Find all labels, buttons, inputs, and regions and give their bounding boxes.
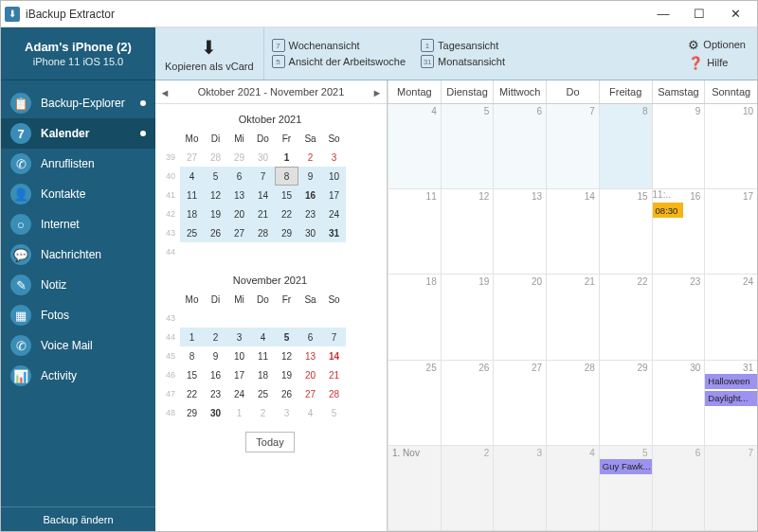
minical-day[interactable]: 19 [204, 204, 227, 223]
day-cell[interactable]: 15 [599, 189, 652, 275]
copy-as-vcard-button[interactable]: ⬇ Kopieren als vCard [155, 27, 264, 80]
device-header[interactable]: Adam's iPhone (2) iPhone 11 iOS 15.0 [1, 27, 155, 80]
close-button[interactable]: ✕ [717, 2, 753, 27]
options-button[interactable]: ⚙ Optionen [688, 38, 746, 52]
minical-day[interactable]: 24 [227, 384, 251, 403]
minical-day[interactable]: 22 [275, 204, 298, 223]
minical-day[interactable]: 16 [204, 365, 227, 384]
day-cell[interactable]: 3 [493, 446, 546, 531]
minical-day[interactable]: 1 [275, 148, 298, 167]
day-cell[interactable]: 9 [652, 104, 705, 189]
day-cell[interactable]: 27 [493, 361, 546, 446]
minical-day[interactable]: 6 [298, 328, 322, 346]
calendar-event[interactable]: Guy Fawk... [600, 459, 652, 474]
minical-day[interactable]: 9 [298, 167, 322, 186]
day-cell[interactable]: 22 [599, 275, 652, 360]
minical-day[interactable]: 29 [227, 148, 251, 167]
minical-day[interactable]: 4 [180, 167, 204, 186]
sidebar-item-activity[interactable]: 📊 Activity [1, 361, 155, 391]
week-view-button[interactable]: 7 Wochenansicht [272, 39, 406, 52]
minical-day[interactable]: 15 [275, 186, 298, 204]
day-cell[interactable]: 25 [388, 361, 441, 446]
day-cell[interactable]: 6 [493, 104, 546, 189]
day-cell[interactable]: 18 [388, 275, 441, 360]
day-cell[interactable]: 19 [441, 275, 494, 360]
minical-day[interactable]: 21 [322, 365, 346, 384]
minical-day[interactable]: 23 [204, 384, 227, 403]
minical-day[interactable]: 5 [204, 167, 227, 186]
day-cell[interactable]: 30 [652, 361, 705, 446]
sidebar-item-voice-mail[interactable]: ✆ Voice Mail [1, 330, 155, 361]
day-cell[interactable]: 14 [546, 189, 599, 275]
minical-day[interactable]: 5 [322, 403, 346, 422]
day-cell[interactable]: 21 [546, 275, 599, 360]
day-cell[interactable]: 7 [704, 446, 757, 531]
minical-day[interactable]: 28 [251, 223, 275, 242]
day-cell[interactable]: 1. Nov [388, 446, 441, 531]
calendar-event[interactable]: Daylight... [705, 391, 757, 406]
minical-day[interactable]: 2 [204, 328, 227, 346]
day-cell[interactable]: 10 [704, 104, 757, 189]
minical-day[interactable]: 10 [227, 346, 251, 365]
minical-day[interactable]: 7 [322, 328, 346, 346]
day-cell[interactable]: 8 [599, 104, 652, 189]
minical-day[interactable]: 27 [298, 384, 322, 403]
today-button[interactable]: Today [245, 432, 295, 452]
day-cell[interactable]: 4 [546, 446, 599, 531]
minimize-button[interactable]: — [645, 2, 681, 27]
minical-day[interactable]: 30 [251, 148, 275, 167]
minical-day[interactable]: 28 [322, 384, 346, 403]
change-backup-button[interactable]: Backup ändern [1, 506, 155, 531]
minical-day[interactable]: 6 [227, 167, 251, 186]
sidebar-item-kalender[interactable]: 7 Kalender [1, 118, 155, 149]
minical-day[interactable]: 4 [298, 403, 322, 422]
prev-month-button[interactable]: ◄ [155, 85, 174, 98]
minical-day[interactable]: 20 [298, 365, 322, 384]
minical-day[interactable]: 30 [298, 223, 322, 242]
calendar-event[interactable]: 08:30 [653, 203, 684, 218]
day-cell[interactable]: 17 [704, 189, 757, 275]
minical-day[interactable]: 29 [180, 403, 204, 422]
day-view-button[interactable]: 1 Tagesansicht [421, 39, 505, 52]
minical-day[interactable]: 17 [227, 365, 251, 384]
minical-day[interactable]: 5 [275, 328, 298, 346]
minical-day[interactable]: 22 [180, 384, 204, 403]
minical-day[interactable]: 26 [275, 384, 298, 403]
help-button[interactable]: ❓ Hilfe [688, 56, 728, 70]
day-cell[interactable]: 1608:3011:.. [652, 189, 705, 275]
minical-day[interactable]: 26 [204, 223, 227, 242]
day-cell[interactable]: 24 [704, 275, 757, 360]
day-cell[interactable]: 31HalloweenDaylight... [704, 361, 757, 446]
day-cell[interactable]: 4 [388, 104, 441, 189]
minical-day[interactable]: 27 [180, 148, 204, 167]
minical-day[interactable]: 25 [251, 384, 275, 403]
minical-day[interactable]: 8 [180, 346, 204, 365]
day-cell[interactable]: 28 [546, 361, 599, 446]
minical-day[interactable]: 13 [298, 346, 322, 365]
minical-day[interactable]: 25 [180, 223, 204, 242]
minical-day[interactable]: 23 [298, 204, 322, 223]
minical-day[interactable]: 20 [227, 204, 251, 223]
day-cell[interactable]: 5Guy Fawk... [599, 446, 652, 531]
day-cell[interactable]: 23 [652, 275, 705, 360]
sidebar-item-anruflisten[interactable]: ✆ Anruflisten [1, 149, 155, 179]
minical-day[interactable]: 29 [275, 223, 298, 242]
minical-day[interactable]: 11 [180, 186, 204, 204]
minical-day[interactable]: 7 [251, 167, 275, 186]
calendar-event[interactable]: Halloween [705, 374, 757, 389]
minical-day[interactable]: 1 [180, 328, 204, 346]
maximize-button[interactable]: ☐ [681, 2, 717, 27]
sidebar-item-internet[interactable]: ○ Internet [1, 209, 155, 239]
minical-day[interactable]: 3 [322, 148, 346, 167]
minical-day[interactable]: 4 [251, 328, 275, 346]
sidebar-item-nachrichten[interactable]: 💬 Nachrichten [1, 239, 155, 270]
minical-day[interactable]: 24 [322, 204, 346, 223]
workweek-view-button[interactable]: 5 Ansicht der Arbeitswoche [272, 55, 406, 68]
minical-day[interactable]: 11 [251, 346, 275, 365]
day-cell[interactable]: 29 [599, 361, 652, 446]
day-cell[interactable]: 20 [493, 275, 546, 360]
minical-day[interactable]: 1 [227, 403, 251, 422]
minical-day[interactable]: 3 [275, 403, 298, 422]
minical-day[interactable]: 21 [251, 204, 275, 223]
minical-day[interactable]: 31 [322, 223, 346, 242]
